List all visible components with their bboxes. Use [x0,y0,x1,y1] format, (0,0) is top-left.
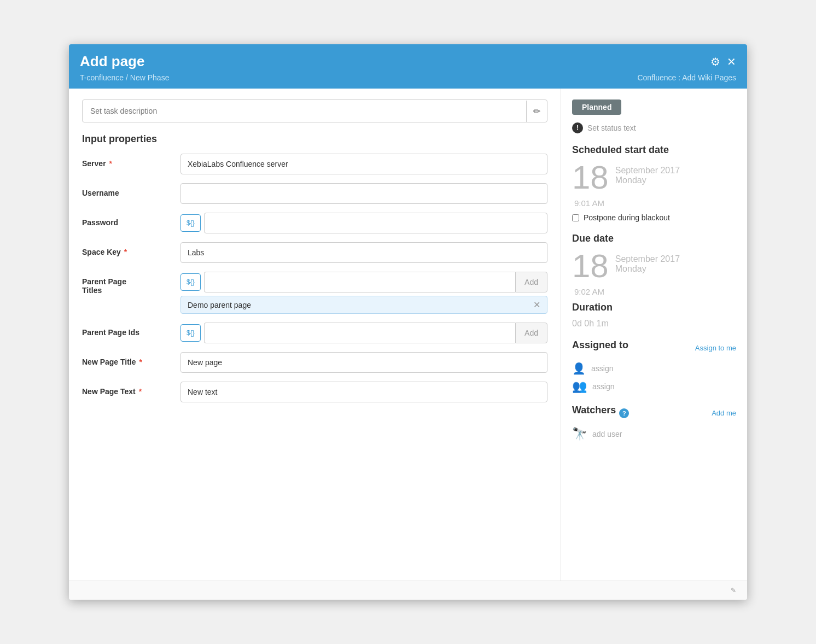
scheduled-start-heading: Scheduled start date [572,144,736,156]
status-text-placeholder[interactable]: Set status text [587,124,636,132]
new-page-title-label: New Page Title * [82,352,180,366]
server-required: * [109,159,112,168]
binoculars-icon: 🔭 [572,427,587,441]
add-user-row: 🔭 add user [572,427,736,441]
integration-label: Confluence : Add Wiki Pages [637,73,736,82]
parent-page-titles-variable-button[interactable]: ${} [180,273,201,291]
parent-page-ids-input[interactable] [204,323,515,343]
server-input[interactable] [180,154,547,174]
postpone-label: Postpone during blackout [584,213,670,222]
header-actions: ⚙ ✕ [710,55,736,68]
status-info-icon: ! [572,122,583,133]
password-row: Password ${} [82,213,547,233]
parent-page-ids-row: Parent Page Ids ${} Add [82,323,547,343]
modal-header: Add page ⚙ ✕ T-confluence / New Phase Co… [69,44,747,89]
parent-page-titles-label: Parent PageTitles [82,272,180,295]
parent-page-ids-add-button[interactable]: Add [515,323,547,343]
new-page-text-input[interactable] [180,382,547,402]
watchers-section: Watchers ? Add me 🔭 add user [572,405,736,441]
scheduled-start-time: 9:01 AM [574,198,736,208]
password-label: Password [82,213,180,227]
new-page-title-row: New Page Title * [82,352,547,373]
assigned-heading: Assigned to [572,339,628,351]
scheduled-start-day: 18 [572,161,609,194]
server-row: Server * [82,154,547,174]
username-row: Username [82,183,547,204]
scheduled-start-details: September 2017 Monday [615,161,680,185]
space-key-input[interactable] [180,242,547,263]
gear-icon[interactable]: ⚙ [710,55,720,68]
watchers-label-wrap: Watchers ? [572,405,629,421]
status-badge[interactable]: Planned [572,99,621,115]
server-field-wrap [180,154,547,174]
new-page-title-required: * [139,358,142,366]
add-user-label[interactable]: add user [592,430,622,438]
password-field-wrap: ${} [180,213,547,233]
space-key-field-wrap [180,242,547,263]
due-date-day: 18 [572,250,609,283]
space-key-label: Space Key * [82,242,180,256]
password-input[interactable] [204,213,547,233]
space-key-row: Space Key * [82,242,547,263]
postpone-row: Postpone during blackout [572,213,736,222]
parent-page-ids-variable-button[interactable]: ${} [180,324,201,342]
scheduled-start-weekday: Monday [615,175,680,185]
space-key-required: * [124,248,127,256]
close-icon[interactable]: ✕ [727,55,736,68]
watchers-heading: Watchers [572,405,616,416]
modal-subheader: T-confluence / New Phase Confluence : Ad… [80,73,736,82]
postpone-checkbox[interactable] [572,214,579,221]
due-date-time: 9:02 AM [574,287,736,296]
parent-page-titles-field-wrap: ${} Add Demo parent page ✕ [180,272,547,314]
status-text-row: ! Set status text [572,122,736,133]
assign-row-person: 👤 assign [572,362,736,375]
due-date-heading: Due date [572,233,736,244]
duration-value: 0d 0h 1m [572,319,736,329]
due-date-weekday: Monday [615,264,680,274]
parent-page-ids-label: Parent Page Ids [82,323,180,337]
parent-page-titles-row: Parent PageTitles ${} Add Demo parent pa… [82,272,547,314]
assign-to-me-link[interactable]: Assign to me [695,344,736,352]
username-label: Username [82,183,180,197]
new-page-text-row: New Page Text * [82,382,547,402]
scheduled-start-month-year: September 2017 [615,166,680,175]
password-variable-button[interactable]: ${} [180,214,201,232]
scheduled-start-date: 18 September 2017 Monday [572,161,736,194]
watchers-header: Watchers ? Add me [572,405,736,421]
server-label: Server * [82,154,180,168]
username-input[interactable] [180,183,547,204]
due-date-month-year: September 2017 [615,254,680,264]
add-me-link[interactable]: Add me [712,409,736,417]
task-description-area: ✏ [82,99,547,122]
assign-row-group: 👥 assign [572,379,736,394]
parent-page-titles-input[interactable] [204,272,515,292]
assign-label-2[interactable]: assign [592,382,614,391]
modal-container: Add page ⚙ ✕ T-confluence / New Phase Co… [69,44,747,600]
group-icon: 👥 [572,379,587,394]
modal-title: Add page [80,53,144,70]
modal-footer: ✎ [69,581,747,600]
main-content: ✏ Input properties Server * Username [69,89,561,581]
person-icon: 👤 [572,362,586,375]
due-date-details: September 2017 Monday [615,250,680,274]
breadcrumb: T-confluence / New Phase [80,73,169,82]
assign-label-1[interactable]: assign [591,364,613,373]
new-page-title-input[interactable] [180,352,547,373]
parent-page-titles-add-button[interactable]: Add [515,272,547,292]
right-sidebar: Planned ! Set status text Scheduled star… [561,89,747,581]
footer-spacer: ✎ [731,587,736,594]
tag-remove-button[interactable]: ✕ [533,300,540,310]
tag-label: Demo parent page [188,301,251,309]
assigned-section: Assigned to Assign to me 👤 assign 👥 assi… [572,339,736,394]
new-page-title-field-wrap [180,352,547,373]
username-field-wrap [180,183,547,204]
due-date-display: 18 September 2017 Monday [572,250,736,283]
parent-page-ids-field-wrap: ${} Add [180,323,547,343]
watchers-help-icon[interactable]: ? [619,408,629,418]
new-page-text-label: New Page Text * [82,382,180,396]
task-description-input[interactable] [83,100,526,122]
edit-description-button[interactable]: ✏ [526,101,547,122]
new-page-text-required: * [139,387,142,396]
modal-body: ✏ Input properties Server * Username [69,89,747,581]
section-title: Input properties [82,133,547,145]
